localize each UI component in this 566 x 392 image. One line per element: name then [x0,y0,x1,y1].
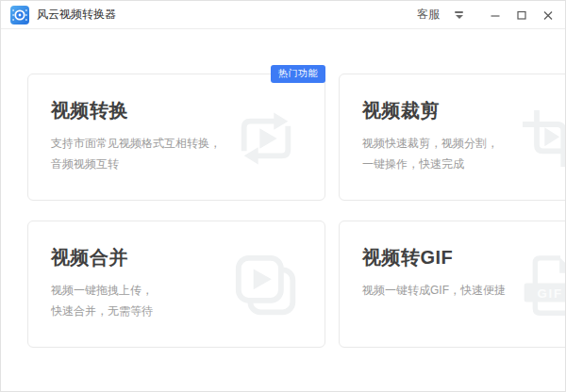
minimize-button[interactable] [486,6,505,24]
titlebar: 风云视频转换器 客服 [1,1,565,29]
feature-card-video-to-gif[interactable]: 视频转GIF 视频一键转成GIF，快速便捷 GIF [339,220,566,348]
gif-icon-label: GIF [538,286,563,301]
card-description-line: 视频一键拖拽上传， [51,280,221,301]
main-content: 热门功能 视频转换 支持市面常见视频格式互相转换， 音频视频互转 [1,29,565,348]
card-description-line: 音频视频互转 [51,154,221,174]
card-description: 视频一键拖拽上传， 快速合并，无需等待 [51,280,221,321]
close-button[interactable] [539,6,558,24]
card-description-line: 视频一键转成GIF，快速便捷 [362,280,506,301]
card-title: 视频裁剪 [362,98,566,123]
app-window: 风云视频转换器 客服 [0,0,566,392]
maximize-button[interactable] [512,6,531,24]
feature-card-video-convert[interactable]: 热门功能 视频转换 支持市面常见视频格式互相转换， 音频视频互转 [27,74,325,201]
card-description-line: 快速合并，无需等待 [51,301,221,321]
support-link[interactable]: 客服 [417,7,440,23]
card-description: 支持市面常见视频格式互相转换， 音频视频互转 [51,133,221,174]
card-title: 视频转换 [51,98,325,123]
hot-badge: 热门功能 [271,65,325,83]
card-title: 视频转GIF [362,245,566,270]
feature-card-video-merge[interactable]: 视频合并 视频一键拖拽上传， 快速合并，无需等待 [27,220,325,348]
menu-dropdown-icon[interactable] [455,11,463,19]
card-description: 视频一键转成GIF，快速便捷 [362,280,506,301]
card-description-line: 支持市面常见视频格式互相转换， [51,133,221,154]
card-description-line: 一键操作，快速完成 [362,154,506,174]
card-description: 视频快速裁剪，视频分割， 一键操作，快速完成 [362,133,506,174]
card-title: 视频合并 [51,245,325,270]
window-title: 风云视频转换器 [37,7,116,23]
app-logo-icon [10,6,29,24]
feature-card-video-crop[interactable]: 视频裁剪 视频快速裁剪，视频分割， 一键操作，快速完成 [339,74,566,201]
card-description-line: 视频快速裁剪，视频分割， [362,133,506,154]
